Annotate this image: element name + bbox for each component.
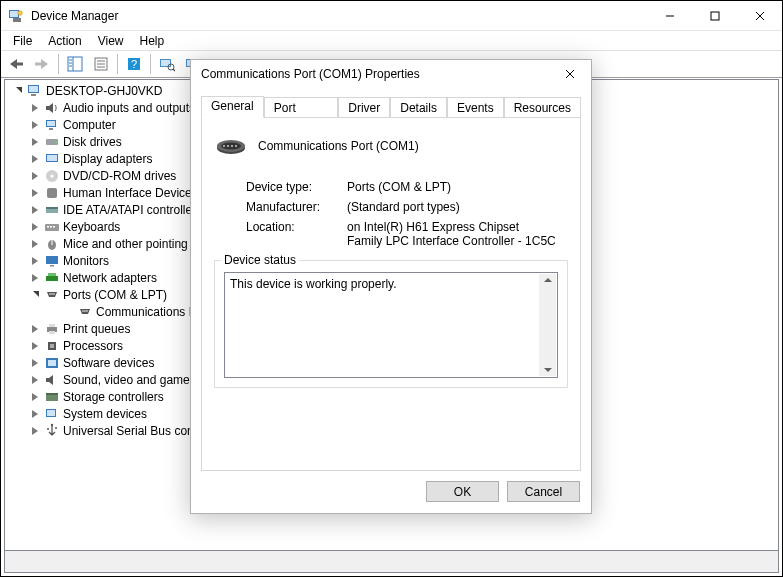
svg-rect-44 [50,226,52,228]
device-large-icon [214,134,248,158]
expand-toggle[interactable] [26,223,43,231]
maximize-button[interactable] [692,1,737,30]
tree-item-label: DVD/CD-ROM drives [61,169,176,183]
scan-hardware-button[interactable] [155,52,179,76]
expand-toggle[interactable] [26,342,43,350]
scroll-up-icon[interactable] [544,278,552,282]
svg-rect-64 [48,360,56,366]
expand-toggle[interactable] [26,240,43,248]
expand-toggle[interactable] [26,359,43,367]
tab-events[interactable]: Events [447,97,504,118]
tree-item-label: Keyboards [61,220,120,234]
ok-button[interactable]: OK [426,481,499,502]
label-manufacturer: Manufacturer: [246,200,347,214]
storage-icon [43,389,61,405]
mouse-icon [43,236,61,252]
svg-rect-1 [10,11,18,17]
svg-point-3 [18,10,22,14]
expand-toggle[interactable] [26,206,43,214]
expand-toggle[interactable] [26,325,43,333]
device-status-text[interactable]: This device is working properly. [224,272,558,378]
display-icon [43,151,61,167]
toolbar-separator [150,54,151,74]
tab-driver[interactable]: Driver [338,97,390,118]
svg-rect-43 [47,226,49,228]
help-button[interactable]: ? [122,52,146,76]
svg-rect-59 [49,324,55,327]
svg-rect-10 [68,57,82,71]
label-location: Location: [246,220,347,248]
expand-toggle[interactable] [26,172,43,180]
tab-strip: General Port Settings Driver Details Eve… [201,97,581,118]
svg-point-69 [51,423,53,425]
tree-item-label: Print queues [61,322,130,336]
monitor-icon [43,253,61,269]
disk-icon [43,134,61,150]
system-icon [43,406,61,422]
cancel-button[interactable]: Cancel [507,481,580,502]
svg-rect-8 [16,63,23,66]
tree-item-label: Human Interface Devices [61,186,198,200]
properties-button[interactable] [89,52,113,76]
expand-toggle[interactable] [26,104,43,112]
value-device-type: Ports (COM & LPT) [347,180,557,194]
svg-point-75 [223,145,225,147]
expand-toggle[interactable] [26,257,43,265]
sound-icon [43,372,61,388]
tab-panel-general: Communications Port (COM1) Device type:P… [201,117,581,471]
expand-toggle[interactable] [26,121,43,129]
tab-resources[interactable]: Resources [504,97,581,118]
expand-toggle[interactable] [26,376,43,384]
svg-point-53 [51,293,53,295]
expand-toggle[interactable] [26,155,43,163]
svg-rect-28 [29,86,38,92]
svg-line-24 [173,69,175,71]
disc-icon [43,168,61,184]
menu-help[interactable]: Help [132,32,173,50]
svg-point-54 [53,293,55,295]
svg-point-34 [55,141,57,143]
show-hide-console-tree-button[interactable] [63,52,87,76]
back-button[interactable] [4,52,28,76]
menu-action[interactable]: Action [40,32,89,50]
menu-view[interactable]: View [90,32,132,50]
tree-item-label: Storage controllers [61,390,164,404]
svg-rect-48 [46,256,58,264]
svg-rect-31 [47,121,55,126]
tab-port-settings[interactable]: Port Settings [264,97,339,118]
svg-point-57 [86,310,88,312]
tree-item-label: Network adapters [61,271,157,285]
expand-toggle[interactable] [26,410,43,418]
dialog-close-button[interactable] [555,63,585,85]
tab-general[interactable]: General [201,96,264,118]
svg-rect-60 [49,331,55,334]
toolbar-separator [58,54,59,74]
svg-rect-50 [46,276,58,281]
tree-item-label: Software devices [61,356,154,370]
tab-details[interactable]: Details [390,97,447,118]
expand-toggle[interactable] [26,427,43,435]
svg-rect-49 [50,265,54,267]
menu-file[interactable]: File [5,32,40,50]
expand-toggle[interactable] [26,393,43,401]
svg-point-78 [235,145,237,147]
status-scrollbar[interactable] [539,274,556,376]
svg-rect-39 [47,188,57,198]
scroll-down-icon[interactable] [544,368,552,372]
expand-toggle[interactable] [26,138,43,146]
tree-item-label: System devices [61,407,147,421]
svg-point-55 [82,310,84,312]
forward-button[interactable] [30,52,54,76]
svg-rect-29 [31,94,36,96]
expand-toggle[interactable] [26,292,43,298]
close-button[interactable] [737,1,782,30]
minimize-button[interactable] [647,1,692,30]
statusbar [4,550,779,573]
expand-toggle[interactable] [26,274,43,282]
svg-rect-36 [47,155,57,161]
tree-item-label: Disk drives [61,135,122,149]
hid-icon [43,185,61,201]
expand-toggle[interactable] [9,88,26,94]
tree-item-label: Display adapters [61,152,152,166]
expand-toggle[interactable] [26,189,43,197]
